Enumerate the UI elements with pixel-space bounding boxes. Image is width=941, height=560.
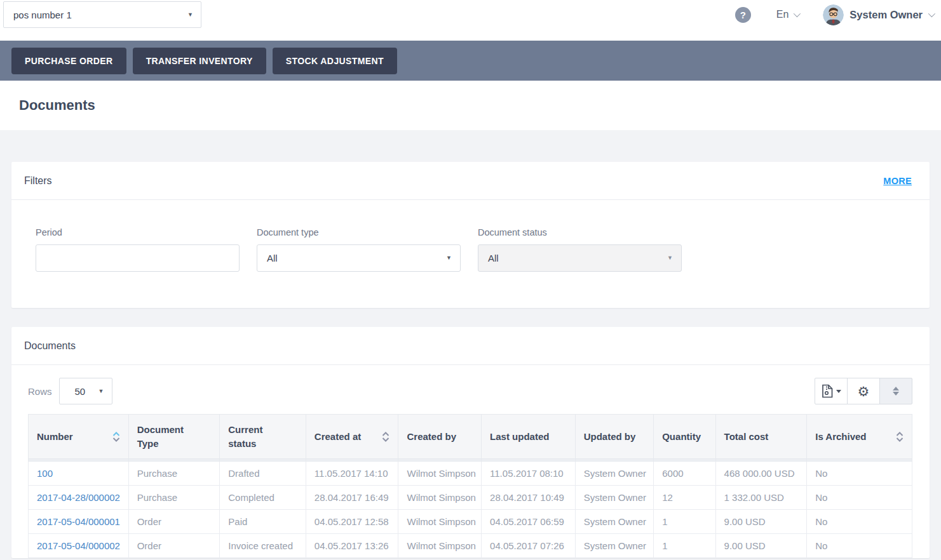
document-type-value: All (267, 253, 278, 263)
cell-quantity: 6000 (654, 462, 715, 486)
column-header-number[interactable]: Number (29, 415, 129, 459)
cell-number: 100 (29, 462, 129, 486)
sort-chevrons-icon (382, 432, 389, 442)
sort-down-triangle (893, 392, 899, 396)
cell-total-cost: 1 332.00 USD (715, 486, 807, 510)
help-glyph: ? (740, 10, 746, 20)
column-label: Total cost (724, 431, 769, 442)
document-link[interactable]: 2017-05-04/000001 (37, 516, 120, 527)
gear-icon: ⚙ (858, 385, 870, 398)
filters-body: Period Document type All ▼ Document stat… (11, 200, 930, 308)
rows-per-page-select[interactable]: 50 ▼ (59, 378, 112, 404)
cell-total-cost: 468 000.00 USD (715, 462, 807, 486)
user-menu[interactable]: System Owner (823, 4, 933, 25)
cell-created-by: Wilmot Simpson (398, 510, 482, 534)
column-label: Is Archived (815, 431, 866, 442)
period-label: Period (36, 227, 240, 237)
caret-down-icon: ▼ (98, 389, 104, 394)
column-label: Quantity (662, 431, 701, 442)
column-header-updated-by: Updated by (575, 415, 654, 459)
caret-down-icon: ▼ (446, 255, 452, 261)
purchase-order-button[interactable]: PURCHASE ORDER (11, 48, 126, 74)
document-status-label: Document status (478, 227, 682, 237)
cell-last-updated: 11.05.2017 08:10 (482, 462, 576, 486)
cell-is-archived: No (807, 510, 912, 534)
transfer-inventory-button[interactable]: TRANSFER INVENTORY (133, 48, 266, 74)
stock-adjustment-button[interactable]: STOCK ADJUSTMENT (273, 48, 397, 74)
table-body: 100 Purchase Drafted 11.05.2017 14:10 Wi… (29, 459, 912, 558)
cell-created-by: Wilmot Simpson (398, 534, 482, 558)
table-header-row: Number Document Type Current stat (29, 415, 912, 459)
cell-document-type: Order (128, 510, 220, 534)
document-link[interactable]: 2017-05-04/000002 (37, 540, 120, 551)
column-header-created-at[interactable]: Created at (306, 415, 398, 459)
table-row: 2017-04-28/000002 Purchase Completed 28.… (29, 486, 912, 510)
sort-chevrons-icon (112, 432, 120, 442)
user-name: System Owner (850, 9, 923, 21)
main-content: Filters MORE Period Document type All ▼ … (0, 130, 941, 558)
document-type-select[interactable]: All ▼ (257, 244, 461, 272)
cell-updated-by: System Owner (575, 534, 654, 558)
cell-is-archived: No (807, 534, 912, 558)
page-title: Documents (19, 97, 95, 114)
cell-updated-by: System Owner (575, 510, 654, 534)
language-menu[interactable]: En (776, 9, 799, 20)
avatar-image (823, 4, 844, 25)
documents-title: Documents (24, 340, 76, 352)
document-link[interactable]: 100 (37, 468, 53, 479)
period-input[interactable] (36, 244, 240, 272)
help-icon[interactable]: ? (735, 7, 751, 23)
column-header-total-cost: Total cost (715, 415, 807, 459)
cell-last-updated: 04.05.2017 07:26 (482, 534, 576, 558)
pos-select[interactable]: pos number 1 ▼ (3, 1, 201, 28)
cell-document-type: Purchase (128, 486, 220, 510)
column-label: Current status (228, 423, 284, 451)
cell-is-archived: No (807, 462, 912, 486)
cell-document-type: Order (128, 534, 220, 558)
cell-number: 2017-04-28/000002 (29, 486, 129, 510)
rows-per-page-value: 50 (75, 386, 86, 397)
document-status-select[interactable]: All ▼ (478, 244, 682, 272)
cell-updated-by: System Owner (575, 486, 654, 510)
cell-updated-by: System Owner (575, 462, 654, 486)
cell-created-by: Wilmot Simpson (398, 462, 482, 486)
sort-button[interactable] (879, 378, 912, 404)
cell-last-updated: 28.04.2017 10:49 (482, 486, 576, 510)
column-header-created-by: Created by (398, 415, 482, 459)
document-type-label: Document type (257, 227, 461, 237)
pos-select-value: pos number 1 (13, 10, 72, 20)
cell-created-at: 04.05.2017 12:58 (306, 510, 398, 534)
documents-table-wrap: Number Document Type Current stat (11, 414, 930, 558)
column-header-is-archived[interactable]: Is Archived (807, 415, 912, 459)
avatar (823, 4, 844, 25)
caret-down-icon (836, 390, 841, 393)
column-header-current-status: Current status (220, 415, 306, 459)
document-status-field: Document status All ▼ (478, 227, 682, 272)
topbar-right: ? En (735, 1, 933, 28)
cell-quantity: 1 (654, 534, 715, 558)
sort-arrows-icon (893, 387, 899, 396)
filters-panel: Filters MORE Period Document type All ▼ … (11, 162, 930, 308)
filters-header: Filters MORE (11, 162, 930, 200)
table-row: 2017-05-04/000001 Order Paid 04.05.2017 … (29, 510, 912, 534)
documents-header: Documents (11, 327, 930, 365)
document-link[interactable]: 2017-04-28/000002 (37, 492, 120, 503)
caret-down-icon: ▼ (187, 12, 193, 18)
cell-is-archived: No (807, 486, 912, 510)
documents-panel: Documents Rows 50 ▼ ⚙ (11, 327, 930, 558)
column-header-last-updated: Last updated (482, 415, 576, 459)
table-row: 100 Purchase Drafted 11.05.2017 14:10 Wi… (29, 462, 912, 486)
column-label: Number (37, 431, 73, 442)
export-file-icon (822, 384, 834, 398)
settings-button[interactable]: ⚙ (847, 378, 880, 404)
action-bar: PURCHASE ORDER TRANSFER INVENTORY STOCK … (0, 41, 941, 81)
document-type-field: Document type All ▼ (257, 227, 461, 272)
cell-document-type: Purchase (128, 462, 220, 486)
more-filters-link[interactable]: MORE (883, 176, 912, 186)
cell-quantity: 1 (654, 510, 715, 534)
column-label: Updated by (584, 431, 636, 442)
chevron-down-icon (794, 10, 801, 17)
export-button[interactable] (815, 378, 848, 404)
documents-toolbar: Rows 50 ▼ ⚙ (11, 365, 930, 414)
language-label: En (776, 9, 789, 20)
